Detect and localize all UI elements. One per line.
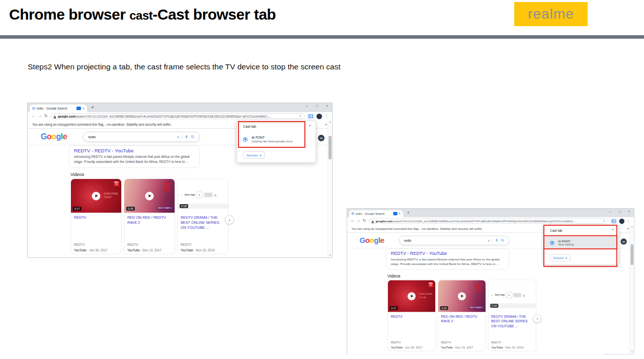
scroll-up-icon[interactable]: ▲ [328,121,332,123]
search-input[interactable]: redtv × [83,132,200,142]
search-icon[interactable] [191,135,195,139]
video-title[interactable]: REDTV [391,314,433,319]
minimize-button[interactable]: – [306,104,308,108]
logo-letter: e [63,132,67,141]
carousel-next-button[interactable]: › [225,215,234,224]
cast-icon[interactable] [307,114,314,119]
logo-letter: o [365,236,370,244]
new-tab-button[interactable]: + [407,210,410,215]
search-input[interactable]: redtv × [399,236,510,245]
tab-close-button[interactable]: × [399,212,401,216]
duration-badge: 0:18 [180,204,188,208]
chevron-down-icon: ▾ [566,256,567,259]
browser-tab[interactable]: G redtv - Google Search × [30,105,87,112]
sources-button[interactable]: Sources ▾ [550,254,571,261]
video-card[interactable]: RED TV SUBSCRIBE TODAY 0:17 REDTV REDTV … [70,178,122,254]
cast-device-status: Casting tab (www.google.com) [252,140,292,143]
video-source-site: YouTube [181,248,193,252]
mic-icon[interactable] [495,238,499,242]
result-snippet: Introducing REDTV, a fast paced lifestyl… [74,154,195,164]
mic-icon[interactable] [185,135,188,139]
cast-device-row[interactable]: AI PONT Casting tab (www.google.com) [237,132,315,146]
browser-window-casting: G redtv - Google Search × + – □ × ← → ↻ … [28,103,332,257]
window-close-button[interactable]: × [326,104,328,108]
cast-icon[interactable] [611,218,617,223]
maximize-button[interactable]: □ [618,210,620,213]
scroll-down-icon[interactable]: ▼ [630,351,634,353]
browser-window-2-area: G redtv - Google Search × + – □ × ← → ↻ … [347,209,634,354]
result-link[interactable]: REDTV - REDTV - YouTube [391,251,505,256]
chevron-down-icon: ▾ [260,153,261,157]
step-description: Steps2 When projecting a tab, the cast f… [28,62,341,71]
address-bar[interactable]: google.com/search?rlz=1C1GCEA_enCN898CN8… [368,218,608,224]
thumbnail-subcaption: REDTV RAVE 2 [469,306,484,309]
logo-letter: G [359,236,365,244]
scrollbar[interactable]: ▲ ▼ [328,120,332,257]
url-path: /search?rlz=1C1GCEA_enCN898CN898&sxsrf=A… [75,115,271,118]
video-card[interactable]: ← best nige ▸ 0:18 REDTV DRAMA / THE BES… [488,280,536,351]
scrollbar-thumb[interactable] [630,244,633,265]
scrollbar-thumb[interactable] [329,136,332,159]
duration-badge: 0:17 [73,207,82,211]
infobar-close-button[interactable]: × [325,122,327,127]
cast-dialog-close-button[interactable]: × [612,228,614,232]
minimize-button[interactable]: – [609,210,611,213]
video-card[interactable]: RED ON RED REDTV RAVE 2 0:39 RED ON RED … [438,280,486,351]
browser-toolbar: ← → ↻ google.com/search?rlz=1C1GCEA_enCN… [28,112,332,120]
profile-avatar[interactable] [316,114,322,119]
account-avatar[interactable]: W [621,238,627,244]
video-source-date: - Dec 13, 2017 [453,345,473,349]
logo-letter: o [51,132,56,141]
address-bar[interactable]: google.com/search?rlz=1C1GCEA_enCN898CN8… [50,113,305,119]
url-text: google.com/search?rlz=1C1GCEA_enCN898CN8… [58,115,297,118]
cast-dialog-close-button[interactable]: × [308,123,311,128]
account-avatar[interactable]: W [318,135,325,141]
new-tab-button[interactable]: + [91,105,94,110]
clear-search-icon[interactable]: × [488,239,490,242]
browser-toolbar: ← → ↻ google.com/search?rlz=1C1GCEA_enCN… [347,217,634,225]
video-title[interactable]: RED ON RED / REDTV RAVE 2 [441,314,483,324]
reload-button[interactable]: ↻ [44,114,48,118]
search-icon[interactable] [501,238,505,242]
video-card[interactable]: RED ON RED REDTV RAVE 2 0:39 RED ON RED … [124,178,175,254]
tab-title: redtv - Google Search [355,212,391,216]
reload-button[interactable]: ↻ [363,219,366,223]
cast-device-row[interactable]: AI PONT Stop casting [544,236,618,249]
scroll-up-icon[interactable]: ▲ [630,225,634,228]
video-card[interactable]: RED TV SUBSCRIBE TODAY 0:17 REDTV REDTV … [387,280,436,351]
video-source-site: YouTube [127,248,140,252]
result-link[interactable]: REDTV - REDTV - YouTube [74,148,195,153]
browser-tab[interactable]: G redtv - Google Search × [349,210,403,217]
window-close-button[interactable]: × [628,210,630,213]
menu-kebab-icon[interactable]: ⋮ [627,219,631,223]
redtv-logo: RED TV [428,282,433,287]
video-title[interactable]: REDTV DRAMA / THE BEST ONLINE SERIES ON … [181,215,225,231]
menu-kebab-icon[interactable]: ⋮ [325,114,329,119]
bookmark-star-icon[interactable]: ☆ [299,114,302,118]
play-icon [458,292,466,300]
forward-button[interactable]: → [38,114,42,118]
scrollbar[interactable]: ▲ ▼ [629,224,633,354]
profile-avatar[interactable] [619,218,624,223]
video-source: YouTube - Nov 15, 2019 [181,248,215,252]
bookmark-star-icon[interactable]: ☆ [602,219,605,223]
clear-search-icon[interactable]: × [177,135,179,139]
redtv-logo: RED TV [114,181,119,187]
scroll-down-icon[interactable]: ▼ [328,254,332,256]
video-source-site: YouTube [441,345,453,349]
forward-button[interactable]: → [357,219,361,223]
tab-close-button[interactable]: × [83,107,85,110]
maximize-button[interactable]: □ [316,104,318,108]
search-result: REDTV - REDTV - YouTube Introducing REDT… [69,145,200,168]
sources-button[interactable]: Sources ▾ [243,151,265,159]
carousel-next-button[interactable]: › [533,314,541,323]
video-title[interactable]: RED ON RED / REDTV RAVE 2 [127,215,172,225]
cast-device-name: AI PONT [558,239,574,243]
back-button[interactable]: ← [351,219,355,223]
thumbnail-caption: SUBSCRIBE TODAY [419,293,433,300]
video-title[interactable]: REDTV DRAMA / THE BEST ONLINE SERIES ON … [491,314,533,329]
video-title[interactable]: REDTV [74,215,118,220]
infobar-close-button[interactable]: × [627,226,629,230]
video-card[interactable]: ← best nige ▸ 0:18 REDTV DRAMA / THE BES… [177,178,228,254]
back-button[interactable]: ← [31,114,35,118]
